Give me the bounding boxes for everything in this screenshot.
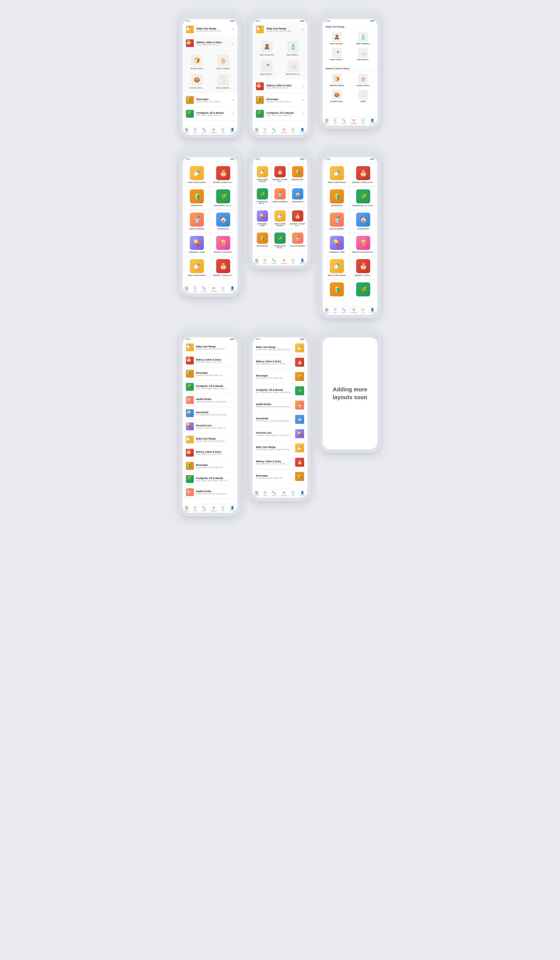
li-bev2-8[interactable]: Beverages Sparkling, tap, still, bottled… bbox=[252, 469, 308, 484]
li-house-8[interactable]: Household Air Fresheners, Dishwashing Su… bbox=[252, 412, 308, 427]
cat-item-bev-2[interactable]: 🧃 Beverages Sparkling, tap, still, bottl… bbox=[252, 93, 308, 107]
g5-bakery2[interactable]: 🎂 BAKERY, CAKES & S... bbox=[289, 207, 306, 229]
cookies-item-3[interactable]: 🍪 COOKIES, RUS... bbox=[324, 88, 350, 104]
nav-home-5[interactable]: 🏠Home bbox=[255, 259, 259, 264]
li-baby2-8[interactable]: Baby Care Range Gentle soaps really are … bbox=[252, 441, 308, 455]
nav-store-1[interactable]: ☰Store bbox=[193, 128, 197, 133]
grid-house-4[interactable]: 🏠 HOUSEHOLD bbox=[210, 210, 236, 233]
cakes-item-3[interactable]: 🎂 CAKES & PAST... bbox=[350, 72, 377, 88]
nav-cart-8[interactable]: 🛒Cart bbox=[291, 491, 295, 496]
li-food2-7[interactable]: 🌾 Foodgrain, Oil & Masala Rice, Jowar, B… bbox=[183, 473, 238, 486]
g5-health2[interactable]: 🥤 HEALTH DRINKS bbox=[289, 229, 306, 251]
subcat-cakes-1[interactable]: 🎂 Cakes & Pastries bbox=[210, 53, 236, 72]
nav-home-1[interactable]: 🏠Home bbox=[185, 128, 189, 133]
li-bev2-7[interactable]: 🧃 Beverages Sparkling, tap, still, bottl… bbox=[183, 459, 238, 473]
grid-baby2-4[interactable]: 🍼 BABY CARE RANGE bbox=[183, 256, 210, 279]
nav-store-3[interactable]: ☰Store bbox=[333, 118, 337, 124]
g6-bev2[interactable]: 🧃 bbox=[324, 279, 350, 301]
g5-bev[interactable]: 🧃 BEVERAGES bbox=[289, 163, 306, 185]
g6-food2[interactable]: 🌾 bbox=[350, 279, 377, 301]
subcat-dairy-1[interactable]: 🥛 Dairy & Cake Ba... bbox=[210, 72, 236, 91]
cat-item-bakery-2[interactable]: 🎂 Bakery, Cakes & Dairy Dairy, MilkPanee… bbox=[252, 80, 308, 93]
g6-snacks[interactable]: 🍿 SNACKS & PACKED FO... bbox=[350, 233, 377, 256]
nav-search-4[interactable]: 🔍Search bbox=[201, 286, 206, 292]
babyskin-item-3[interactable]: 🛁 BABY SKIN &... bbox=[350, 46, 377, 62]
li-bakery-8[interactable]: Bakery, Cakes & Dairy Dairy, MilkPaneer,… bbox=[252, 355, 308, 370]
subcat-access-2[interactable]: 🧸 Baby Accessories bbox=[254, 38, 280, 58]
access-item-3[interactable]: 🧸 BABY ACCESS... bbox=[324, 30, 350, 46]
grid-food-4[interactable]: 🌾 FOODGRAIN, OIL &... bbox=[210, 186, 236, 210]
grid-snacks-4[interactable]: 🍿 SNACKS & PACKED... bbox=[210, 233, 236, 256]
g6-house[interactable]: 🏠 HOUSEHOLD bbox=[350, 210, 377, 233]
nav-search-2[interactable]: 🔍Search bbox=[271, 128, 276, 133]
nav-account-5[interactable]: 👤Account bbox=[300, 259, 305, 264]
nav-store-8[interactable]: ☰Store bbox=[263, 491, 267, 496]
nav-search-6[interactable]: 🔍Search bbox=[341, 308, 346, 314]
nav-home-3[interactable]: 🏠Home bbox=[325, 118, 329, 124]
li-bakery2-8[interactable]: Bakery, Cakes & Dairy Dairy, MilkPaneer,… bbox=[252, 455, 308, 469]
g6-baby[interactable]: 🍼 BABY CARE RANGE bbox=[324, 163, 350, 186]
g5-house[interactable]: 🏠 HOUSEHOLD bbox=[289, 185, 306, 207]
nav-category-5[interactable]: ⊞Category bbox=[281, 259, 287, 264]
nav-search-3[interactable]: 🔍Search bbox=[341, 118, 346, 124]
grid-bev-4[interactable]: 🧃 BEVERAGES bbox=[183, 186, 210, 210]
grid-bakery-4[interactable]: 🎂 BAKERY, CAKES & D... bbox=[210, 163, 236, 186]
nav-category-1[interactable]: ⊞Category bbox=[211, 128, 217, 133]
nav-home-2[interactable]: 🏠Home bbox=[255, 128, 259, 133]
li-baby-7[interactable]: 🍼 Baby Care Range Gentle soaps really ar… bbox=[183, 341, 238, 354]
subcat-skin-2[interactable]: 🛁 Baby Skin & Ha... bbox=[280, 58, 306, 77]
grid-health-4[interactable]: 🥤 HEALTH DRINKS bbox=[183, 210, 210, 233]
g6-baby2[interactable]: 🍼 BABY CARE RANGE bbox=[324, 256, 350, 279]
nav-cart-3[interactable]: 🛒Cart bbox=[361, 118, 365, 124]
subcat-food-2[interactable]: 🍼 Baby Food & F... bbox=[254, 58, 280, 77]
nav-home-7[interactable]: 🏠Home bbox=[185, 506, 189, 512]
li-bev-8[interactable]: Beverages Sparkling, tap, still, bottled… bbox=[252, 370, 308, 384]
cat-item-bakery-1[interactable]: 🎂 Bakery, Cakes & Dairy Dairy, MilkPanee… bbox=[183, 37, 238, 50]
g5-baby[interactable]: 🍼 BABY CARE RANGE bbox=[254, 163, 271, 185]
cat-item-baby-2[interactable]: 🍼 Baby Care Range Gentle soaps really ar… bbox=[252, 23, 308, 37]
nav-cart-6[interactable]: 🛒Cart bbox=[361, 308, 365, 314]
nav-cart-4[interactable]: 🛒Cart bbox=[221, 286, 225, 292]
grid-baby-4[interactable]: 🍼 BABY CARE RANGE bbox=[183, 163, 210, 186]
cat-item-food-1[interactable]: 🌾 Foodgrain, Oil & Masala Rice, Jowar, B… bbox=[183, 107, 238, 121]
nav-cart-2[interactable]: 🛒Cart bbox=[291, 128, 295, 133]
g6-food[interactable]: 🌾 FOODGRAIN, OIL & MA... bbox=[350, 186, 377, 210]
g6-personal[interactable]: 💊 PERSONAL CARE bbox=[324, 233, 350, 256]
nav-store-2[interactable]: ☰Store bbox=[263, 128, 267, 133]
breads-item-3[interactable]: 🍞 BREADS & BUNS bbox=[324, 72, 350, 88]
nav-store-7[interactable]: ☰Store bbox=[193, 506, 197, 512]
nav-cart-5[interactable]: 🛒Cart bbox=[291, 259, 295, 264]
nav-account-7[interactable]: 👤Account bbox=[230, 506, 235, 512]
nav-account-2[interactable]: 👤Account bbox=[300, 128, 305, 133]
babyfood-item-3[interactable]: 🍼 BABY FOOD &... bbox=[324, 46, 350, 62]
nav-cart-7[interactable]: 🛒Cart bbox=[221, 506, 225, 512]
cat-item-food-2[interactable]: 🌾 Foodgrain, Oil & Masala Rice, Jowar, B… bbox=[252, 107, 308, 121]
g5-baby2[interactable]: 🍼 BABY CARE RANGE bbox=[271, 207, 289, 229]
li-bakery2-7[interactable]: 🎂 Bakery, Cakes & Dairy Dairy, MilkPanee… bbox=[183, 446, 238, 459]
g5-food2[interactable]: 🌾 FOODGRAIN, OIL &... bbox=[271, 229, 289, 251]
nav-search-5[interactable]: 🔍Search bbox=[271, 259, 276, 264]
subcat-diapers-2[interactable]: 🧴 Baby Diapers ... bbox=[280, 38, 306, 58]
li-food-7[interactable]: 🌾 Foodgrain, Oil & Masala Rice, Jowar, B… bbox=[183, 381, 238, 394]
li-personal-8[interactable]: Personal care Colognes, cotton swabs, co… bbox=[252, 427, 308, 441]
nav-account-8[interactable]: 👤Account bbox=[300, 491, 305, 496]
cat-item-baby-1[interactable]: 🍼 Baby Care Range Gentle soaps really ar… bbox=[183, 23, 238, 37]
g6-bakery2[interactable]: 🎂 BAKERY, CAKES... bbox=[350, 256, 377, 279]
g6-bakery[interactable]: 🎂 BAKERY, CAKES & DAI... bbox=[350, 163, 377, 186]
li-health2-7[interactable]: 🥤 Health Drinks Malted beverages are pop… bbox=[183, 486, 238, 499]
li-bev-7[interactable]: 🧃 Beverages Sparkling, tap, still, bottl… bbox=[183, 367, 238, 381]
nav-category-3[interactable]: ⊞Category bbox=[351, 118, 357, 124]
nav-category-4[interactable]: ⊞Category bbox=[211, 286, 217, 292]
li-bakery-7[interactable]: 🎂 Bakery, Cakes & Dairy Dairy, MilkPanee… bbox=[183, 354, 238, 367]
li-house-7[interactable]: 🏠 Household Air Fresheners, Dishwashing … bbox=[183, 407, 238, 420]
li-personal-7[interactable]: 💊 Personal care Colognes, cotton swabs, … bbox=[183, 420, 238, 433]
nav-search-7[interactable]: 🔍Search bbox=[201, 506, 206, 512]
li-health-7[interactable]: 🥤 Health Drinks Malted beverages are pop… bbox=[183, 394, 238, 407]
nav-store-4[interactable]: ☰Store bbox=[193, 286, 197, 292]
nav-account-6[interactable]: 👤Account bbox=[370, 308, 375, 314]
g6-bev[interactable]: 🧃 BEVERAGES bbox=[324, 186, 350, 210]
nav-category-8[interactable]: ⊞Category bbox=[281, 491, 287, 496]
grid-bakery2-4[interactable]: 🎂 BAKERY, CAKES & D... bbox=[210, 256, 236, 279]
g5-food[interactable]: 🌾 FOODGRAIN, OIL &... bbox=[254, 185, 271, 207]
li-baby2-7[interactable]: 🍼 Baby Care Range Gentle soaps really ar… bbox=[183, 433, 238, 446]
